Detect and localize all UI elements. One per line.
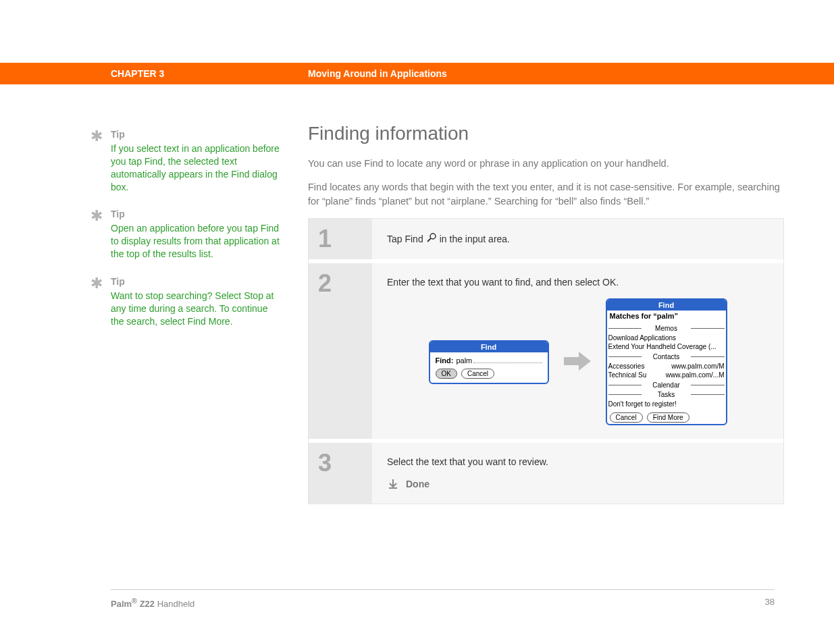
asterisk-icon: ✱ bbox=[90, 129, 103, 144]
chapter-label: CHAPTER 3 bbox=[111, 68, 164, 79]
step-body: Select the text that you want to review.… bbox=[372, 443, 783, 504]
tip-body: Open an application before you tap Find … bbox=[111, 222, 280, 261]
tip-body: Want to stop searching? Select Stop at a… bbox=[111, 290, 280, 328]
page-number: 38 bbox=[765, 597, 775, 609]
step-body: Enter the text that you want to find, an… bbox=[372, 263, 783, 439]
step-text: in the input area. bbox=[440, 234, 510, 244]
find-label: Find: bbox=[436, 356, 454, 365]
tip: ✱ Tip If you select text in an applicati… bbox=[90, 128, 280, 193]
chapter-title: Moving Around in Applications bbox=[308, 68, 447, 79]
steps-container: 1 Tap Find in the input area. 2 Enter th… bbox=[308, 218, 784, 504]
tip-label: Tip bbox=[111, 275, 280, 288]
tip-label: Tip bbox=[111, 208, 280, 221]
step-text: Select the text that you want to review. bbox=[387, 456, 768, 467]
find-value: palm bbox=[456, 356, 472, 365]
dialog-title: Find bbox=[607, 300, 726, 311]
step-number: 1 bbox=[309, 219, 372, 259]
asterisk-icon: ✱ bbox=[90, 209, 103, 223]
result-item[interactable]: Download Applications bbox=[607, 333, 726, 342]
main-content: Finding information You can use Find to … bbox=[308, 123, 784, 504]
asterisk-icon: ✱ bbox=[90, 276, 103, 291]
find-dialog: Find Find: palm OK Cancel bbox=[429, 340, 549, 384]
step-number: 2 bbox=[309, 263, 372, 439]
intro-paragraph: You can use Find to locate any word or p… bbox=[308, 157, 784, 171]
step-text: Tap Find bbox=[387, 234, 423, 244]
step-number: 3 bbox=[309, 443, 372, 504]
step-row: 3 Select the text that you want to revie… bbox=[309, 443, 783, 504]
ok-button[interactable]: OK bbox=[436, 369, 457, 379]
done-label: Done bbox=[406, 479, 429, 489]
cancel-button[interactable]: Cancel bbox=[610, 412, 643, 423]
result-item[interactable]: Don't forget to register! bbox=[607, 400, 726, 408]
section-divider: Memos bbox=[607, 324, 726, 332]
dialog-title: Find bbox=[430, 342, 548, 352]
step-body: Tap Find in the input area. bbox=[372, 219, 783, 259]
sidebar-tips: ✱ Tip If you select text in an applicati… bbox=[90, 128, 280, 343]
product-name: Palm® Z22 Handheld bbox=[111, 597, 194, 609]
tip-body: If you select text in an application bef… bbox=[111, 142, 280, 194]
page-header: CHAPTER 3 Moving Around in Applications bbox=[0, 63, 834, 84]
svg-line-1 bbox=[427, 238, 431, 242]
tip: ✱ Tip Open an application before you tap… bbox=[90, 208, 280, 261]
cancel-button[interactable]: Cancel bbox=[461, 369, 494, 379]
magnifier-icon bbox=[426, 232, 437, 245]
section-divider: Calendar bbox=[607, 381, 726, 389]
svg-point-0 bbox=[430, 234, 436, 239]
arrow-right-icon bbox=[563, 349, 592, 375]
intro-paragraph: Find locates any words that begin with t… bbox=[308, 180, 784, 209]
result-item[interactable]: Extend Your Handheld Coverage (... bbox=[607, 342, 726, 351]
result-item[interactable]: Accessorieswww.palm.com/M bbox=[607, 362, 726, 371]
find-results-dialog: Find Matches for “palm” Memos Download A… bbox=[606, 298, 727, 425]
find-more-button[interactable]: Find More bbox=[647, 412, 689, 423]
done-arrow-icon bbox=[387, 478, 399, 490]
section-heading: Finding information bbox=[308, 123, 784, 144]
tip: ✱ Tip Want to stop searching? Select Sto… bbox=[90, 275, 280, 328]
page-footer: Palm® Z22 Handheld 38 bbox=[111, 589, 775, 609]
step-text: Enter the text that you want to find, an… bbox=[387, 277, 768, 288]
tip-label: Tip bbox=[111, 128, 280, 141]
step-row: 1 Tap Find in the input area. bbox=[309, 219, 783, 263]
matches-heading: Matches for “palm” bbox=[607, 311, 726, 323]
section-divider: Tasks bbox=[607, 390, 726, 398]
input-underline bbox=[473, 356, 542, 363]
section-divider: Contacts bbox=[607, 352, 726, 360]
step-row: 2 Enter the text that you want to find, … bbox=[309, 263, 783, 443]
result-item[interactable]: Technical Suwww.palm.com/...M bbox=[607, 371, 726, 379]
